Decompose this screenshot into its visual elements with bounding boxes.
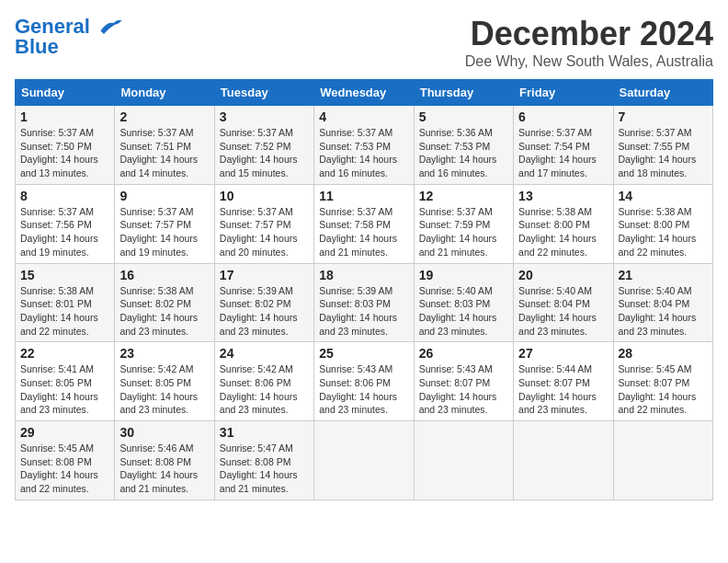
sunrise-label: Sunrise: 5:37 AM <box>619 127 692 138</box>
calendar-day-cell: 23 Sunrise: 5:42 AM Sunset: 8:05 PM Dayl… <box>115 342 214 421</box>
calendar-week-row: 29 Sunrise: 5:45 AM Sunset: 8:08 PM Dayl… <box>16 421 713 500</box>
day-number: 19 <box>419 268 508 282</box>
sunset-label: Sunset: 7:55 PM <box>619 141 690 152</box>
calendar-day-cell: 29 Sunrise: 5:45 AM Sunset: 8:08 PM Dayl… <box>16 421 115 500</box>
calendar-day-cell: 17 Sunrise: 5:39 AM Sunset: 8:02 PM Dayl… <box>214 263 313 342</box>
daylight-minutes: and 23 minutes. <box>220 404 289 415</box>
sunrise-label: Sunrise: 5:37 AM <box>319 127 392 138</box>
calendar-day-cell: 31 Sunrise: 5:47 AM Sunset: 8:08 PM Dayl… <box>214 421 313 500</box>
daylight-label: Daylight: 14 hours <box>619 233 697 244</box>
day-number: 1 <box>20 109 109 124</box>
day-info: Sunrise: 5:46 AM Sunset: 8:08 PM Dayligh… <box>119 442 209 496</box>
day-number: 10 <box>220 189 309 203</box>
sunrise-label: Sunrise: 5:42 AM <box>119 363 193 374</box>
day-number: 24 <box>220 346 309 361</box>
sunrise-label: Sunrise: 5:38 AM <box>119 285 193 296</box>
day-info: Sunrise: 5:36 AM Sunset: 7:53 PM Dayligh… <box>419 126 508 180</box>
sunset-label: Sunset: 8:02 PM <box>119 298 191 309</box>
sunset-label: Sunset: 8:03 PM <box>419 298 491 309</box>
daylight-label: Daylight: 14 hours <box>419 312 497 323</box>
day-number: 14 <box>619 189 708 203</box>
day-info: Sunrise: 5:43 AM Sunset: 8:07 PM Dayligh… <box>419 362 508 417</box>
day-info: Sunrise: 5:42 AM Sunset: 8:06 PM Dayligh… <box>220 362 309 417</box>
sunrise-label: Sunrise: 5:47 AM <box>220 442 293 454</box>
calendar-day-cell: 28 Sunrise: 5:45 AM Sunset: 8:07 PM Dayl… <box>613 342 712 421</box>
day-info: Sunrise: 5:38 AM Sunset: 8:00 PM Dayligh… <box>619 205 708 259</box>
sunrise-label: Sunrise: 5:37 AM <box>119 127 193 138</box>
day-number: 6 <box>518 109 608 124</box>
calendar-day-cell: 5 Sunrise: 5:36 AM Sunset: 7:53 PM Dayli… <box>414 106 513 185</box>
calendar-day-header: Tuesday <box>214 80 313 106</box>
sunrise-label: Sunrise: 5:46 AM <box>119 442 193 454</box>
day-info: Sunrise: 5:37 AM Sunset: 7:58 PM Dayligh… <box>319 205 408 259</box>
daylight-label: Daylight: 14 hours <box>220 233 298 244</box>
daylight-minutes: and 22 minutes. <box>619 404 688 415</box>
daylight-minutes: and 21 minutes. <box>419 247 488 258</box>
daylight-label: Daylight: 14 hours <box>119 391 198 402</box>
sunset-label: Sunset: 8:08 PM <box>20 456 92 467</box>
day-info: Sunrise: 5:47 AM Sunset: 8:08 PM Dayligh… <box>220 442 309 496</box>
day-number: 20 <box>518 268 608 282</box>
calendar-day-cell: 27 Sunrise: 5:44 AM Sunset: 8:07 PM Dayl… <box>514 342 613 421</box>
sunset-label: Sunset: 8:04 PM <box>518 298 590 309</box>
sunset-label: Sunset: 8:01 PM <box>20 298 92 309</box>
daylight-label: Daylight: 14 hours <box>518 233 597 244</box>
daylight-minutes: and 17 minutes. <box>518 167 587 178</box>
daylight-label: Daylight: 14 hours <box>20 154 98 165</box>
day-info: Sunrise: 5:40 AM Sunset: 8:04 PM Dayligh… <box>619 284 708 339</box>
sunset-label: Sunset: 7:59 PM <box>419 219 491 230</box>
calendar-day-cell: 13 Sunrise: 5:38 AM Sunset: 8:00 PM Dayl… <box>514 184 613 263</box>
day-number: 5 <box>419 109 508 124</box>
daylight-minutes: and 15 minutes. <box>220 167 289 178</box>
daylight-label: Daylight: 14 hours <box>419 391 497 402</box>
sunrise-label: Sunrise: 5:37 AM <box>220 206 293 217</box>
sunset-label: Sunset: 8:07 PM <box>419 377 491 388</box>
calendar-day-cell <box>514 421 613 500</box>
calendar-day-cell: 12 Sunrise: 5:37 AM Sunset: 7:59 PM Dayl… <box>414 184 513 263</box>
daylight-minutes: and 23 minutes. <box>20 404 89 415</box>
day-info: Sunrise: 5:37 AM Sunset: 7:56 PM Dayligh… <box>20 205 109 259</box>
day-info: Sunrise: 5:39 AM Sunset: 8:02 PM Dayligh… <box>220 284 309 339</box>
day-number: 25 <box>319 346 408 361</box>
sunrise-label: Sunrise: 5:37 AM <box>518 127 592 138</box>
daylight-minutes: and 19 minutes. <box>20 247 89 258</box>
sunset-label: Sunset: 8:07 PM <box>518 377 590 388</box>
sunset-label: Sunset: 8:02 PM <box>220 298 291 309</box>
day-number: 8 <box>20 189 109 203</box>
sunrise-label: Sunrise: 5:44 AM <box>518 363 592 374</box>
day-number: 16 <box>119 268 209 282</box>
day-info: Sunrise: 5:39 AM Sunset: 8:03 PM Dayligh… <box>319 284 408 339</box>
daylight-label: Daylight: 14 hours <box>20 312 98 323</box>
day-number: 12 <box>419 189 508 203</box>
sunset-label: Sunset: 7:58 PM <box>319 219 391 230</box>
sunset-label: Sunset: 7:57 PM <box>220 219 291 230</box>
sunrise-label: Sunrise: 5:40 AM <box>419 285 493 296</box>
day-info: Sunrise: 5:37 AM Sunset: 7:50 PM Dayligh… <box>20 126 109 180</box>
daylight-label: Daylight: 14 hours <box>419 233 497 244</box>
calendar-day-cell: 6 Sunrise: 5:37 AM Sunset: 7:54 PM Dayli… <box>514 106 613 185</box>
calendar-week-row: 22 Sunrise: 5:41 AM Sunset: 8:05 PM Dayl… <box>16 342 713 421</box>
sunset-label: Sunset: 8:08 PM <box>119 456 191 467</box>
daylight-label: Daylight: 14 hours <box>419 154 497 165</box>
daylight-minutes: and 14 minutes. <box>119 167 188 178</box>
day-number: 31 <box>220 425 309 440</box>
calendar-day-cell: 21 Sunrise: 5:40 AM Sunset: 8:04 PM Dayl… <box>613 263 712 342</box>
daylight-minutes: and 19 minutes. <box>119 247 188 258</box>
day-info: Sunrise: 5:37 AM Sunset: 7:55 PM Dayligh… <box>619 126 708 180</box>
sunset-label: Sunset: 8:08 PM <box>220 456 291 467</box>
calendar-day-cell: 8 Sunrise: 5:37 AM Sunset: 7:56 PM Dayli… <box>16 184 115 263</box>
daylight-minutes: and 23 minutes. <box>619 326 688 337</box>
day-number: 3 <box>220 109 309 124</box>
daylight-label: Daylight: 14 hours <box>619 154 697 165</box>
calendar-day-cell: 7 Sunrise: 5:37 AM Sunset: 7:55 PM Dayli… <box>613 106 712 185</box>
day-number: 17 <box>220 268 309 282</box>
sunset-label: Sunset: 8:04 PM <box>619 298 690 309</box>
calendar-day-cell: 2 Sunrise: 5:37 AM Sunset: 7:51 PM Dayli… <box>115 106 214 185</box>
sunset-label: Sunset: 8:03 PM <box>319 298 391 309</box>
calendar-day-cell: 11 Sunrise: 5:37 AM Sunset: 7:58 PM Dayl… <box>314 184 414 263</box>
day-info: Sunrise: 5:40 AM Sunset: 8:03 PM Dayligh… <box>419 284 508 339</box>
sunset-label: Sunset: 8:06 PM <box>319 377 391 388</box>
daylight-minutes: and 21 minutes. <box>119 483 188 494</box>
day-info: Sunrise: 5:37 AM Sunset: 7:53 PM Dayligh… <box>319 126 408 180</box>
sunrise-label: Sunrise: 5:36 AM <box>419 127 493 138</box>
